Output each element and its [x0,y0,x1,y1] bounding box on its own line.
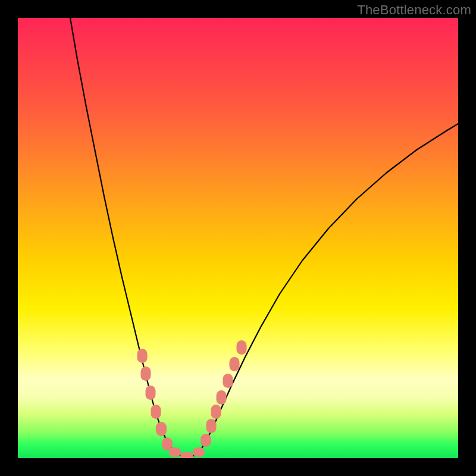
beads-group [137,340,247,458]
watermark-text: TheBottleneck.com [357,2,471,18]
bead-left [146,386,156,400]
curve-right [200,124,458,451]
outer-frame: TheBottleneck.com [0,0,476,476]
bead-floor [193,447,205,457]
bead-right [201,434,211,447]
bead-floor [180,452,193,458]
curve-left [70,18,174,451]
bead-right [223,374,233,388]
bead-floor [169,447,181,457]
bead-right [211,405,221,419]
bead-left [151,405,161,419]
bead-right [206,419,217,433]
curve-floor [174,451,200,457]
bead-left [156,422,167,436]
v-curve [70,18,458,457]
gradient-plot-area [18,18,458,458]
bead-right [217,390,227,405]
bead-right [230,357,240,371]
bead-right [237,340,247,355]
bead-left [141,367,151,381]
bead-left [137,349,148,363]
curve-layer [18,18,458,458]
bead-left [162,437,173,450]
